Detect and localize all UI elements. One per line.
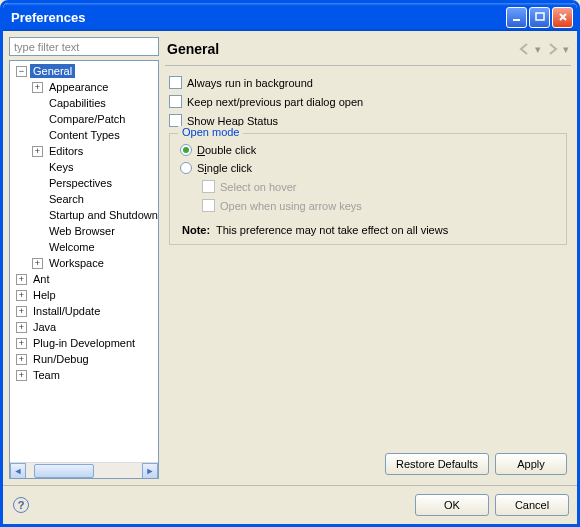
tree-item[interactable]: +Plug-in Development bbox=[12, 335, 156, 351]
tree-item[interactable]: +Java bbox=[12, 319, 156, 335]
svg-rect-0 bbox=[513, 19, 520, 21]
maximize-button[interactable] bbox=[529, 7, 550, 28]
tree-item[interactable]: +Editors bbox=[12, 143, 156, 159]
scroll-right-button[interactable]: ► bbox=[142, 463, 158, 479]
single-click-radio[interactable]: Single click bbox=[180, 162, 556, 174]
tree-item[interactable]: Perspectives bbox=[12, 175, 156, 191]
expand-icon[interactable]: + bbox=[16, 290, 27, 301]
tree-item[interactable]: Welcome bbox=[12, 239, 156, 255]
ok-button[interactable]: OK bbox=[415, 494, 489, 516]
checkbox-icon bbox=[169, 76, 182, 89]
collapse-icon[interactable]: − bbox=[16, 66, 27, 77]
tree-item[interactable]: Compare/Patch bbox=[12, 111, 156, 127]
expand-icon[interactable]: + bbox=[16, 306, 27, 317]
expand-icon[interactable]: + bbox=[16, 338, 27, 349]
expand-icon[interactable]: + bbox=[32, 146, 43, 157]
expand-icon[interactable]: + bbox=[32, 82, 43, 93]
scroll-left-button[interactable]: ◄ bbox=[10, 463, 26, 479]
scroll-thumb[interactable] bbox=[34, 464, 94, 478]
checkbox-icon bbox=[202, 199, 215, 212]
checkbox-icon bbox=[169, 95, 182, 108]
open-mode-group: Open mode Double click Single click Sele… bbox=[169, 133, 567, 245]
tree-item[interactable]: +Team bbox=[12, 367, 156, 383]
expand-icon[interactable]: + bbox=[16, 354, 27, 365]
close-button[interactable] bbox=[552, 7, 573, 28]
open-arrow-keys-checkbox: Open when using arrow keys bbox=[202, 199, 556, 212]
minimize-button[interactable] bbox=[506, 7, 527, 28]
horizontal-scrollbar[interactable]: ◄ ► bbox=[10, 462, 158, 478]
tree-item[interactable]: +Install/Update bbox=[12, 303, 156, 319]
expand-icon[interactable]: + bbox=[32, 258, 43, 269]
restore-defaults-button[interactable]: Restore Defaults bbox=[385, 453, 489, 475]
tree-item[interactable]: +Ant bbox=[12, 271, 156, 287]
radio-icon bbox=[180, 144, 192, 156]
expand-icon[interactable]: + bbox=[16, 274, 27, 285]
tree-item[interactable]: Keys bbox=[12, 159, 156, 175]
checkbox-icon bbox=[202, 180, 215, 193]
preference-tree[interactable]: −General +Appearance Capabilities Compar… bbox=[9, 60, 159, 479]
preferences-window: Preferences −General +Appearance Capabil… bbox=[0, 0, 580, 527]
tree-item-general[interactable]: −General bbox=[12, 63, 156, 79]
expand-icon[interactable]: + bbox=[16, 322, 27, 333]
tree-item[interactable]: +Appearance bbox=[12, 79, 156, 95]
tree-item[interactable]: +Run/Debug bbox=[12, 351, 156, 367]
group-label: Open mode bbox=[178, 126, 243, 138]
tree-item[interactable]: Startup and Shutdown bbox=[12, 207, 156, 223]
open-mode-note: Note: This preference may not take effec… bbox=[182, 224, 556, 236]
double-click-radio[interactable]: Double click bbox=[180, 144, 556, 156]
tree-item[interactable]: Search bbox=[12, 191, 156, 207]
page-title: General bbox=[167, 41, 513, 57]
tree-item[interactable]: +Help bbox=[12, 287, 156, 303]
tree-item[interactable]: Web Browser bbox=[12, 223, 156, 239]
select-on-hover-checkbox: Select on hover bbox=[202, 180, 556, 193]
always-run-background-checkbox[interactable]: Always run in background bbox=[169, 76, 567, 89]
apply-button[interactable]: Apply bbox=[495, 453, 567, 475]
tree-item[interactable]: Content Types bbox=[12, 127, 156, 143]
cancel-button[interactable]: Cancel bbox=[495, 494, 569, 516]
svg-rect-1 bbox=[536, 13, 544, 20]
expand-icon[interactable]: + bbox=[16, 370, 27, 381]
keep-dialog-open-checkbox[interactable]: Keep next/previous part dialog open bbox=[169, 95, 567, 108]
radio-icon bbox=[180, 162, 192, 174]
back-icon[interactable] bbox=[517, 42, 535, 56]
tree-item[interactable]: Capabilities bbox=[12, 95, 156, 111]
filter-input[interactable] bbox=[9, 37, 159, 56]
forward-icon[interactable] bbox=[545, 42, 563, 56]
window-title: Preferences bbox=[11, 10, 506, 25]
tree-item[interactable]: +Workspace bbox=[12, 255, 156, 271]
help-button[interactable]: ? bbox=[13, 497, 29, 513]
titlebar[interactable]: Preferences bbox=[3, 3, 577, 31]
